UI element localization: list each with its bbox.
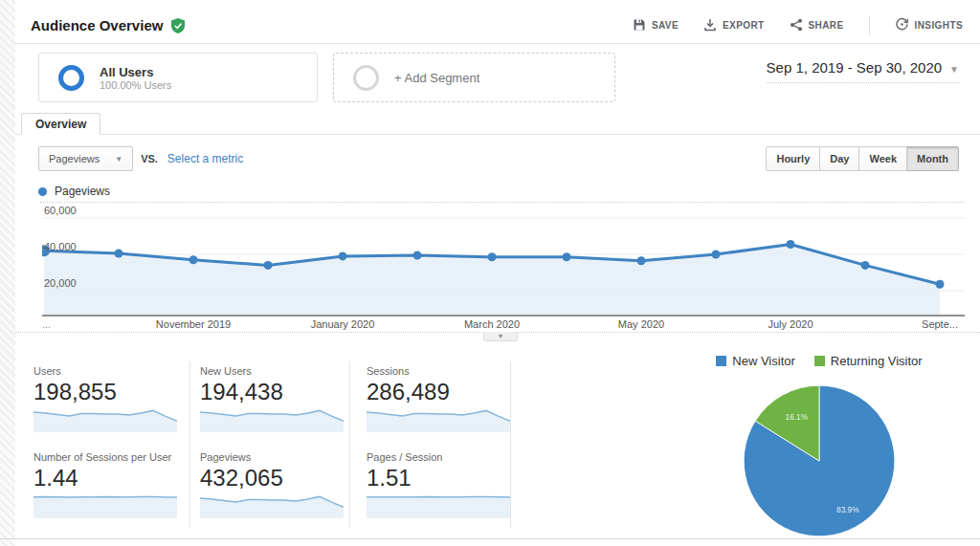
metric-label: Pages / Session bbox=[367, 451, 510, 463]
granularity-hourly-button[interactable]: Hourly bbox=[766, 146, 820, 171]
metric-value: 1.51 bbox=[367, 465, 510, 491]
granularity-switcher: Hourly Day Week Month bbox=[766, 146, 959, 171]
share-icon bbox=[790, 18, 803, 33]
x-tick-label: ... bbox=[42, 318, 51, 330]
metric-card-users: Users 198,855 bbox=[33, 365, 177, 432]
metric-value: 198,855 bbox=[33, 379, 177, 405]
svg-text:16.1%: 16.1% bbox=[786, 412, 809, 422]
header-divider bbox=[869, 16, 870, 35]
sparkline-chart bbox=[367, 407, 510, 432]
x-axis-labels: ...November 2019January 2020March 2020Ma… bbox=[42, 318, 965, 332]
share-button[interactable]: SHARE bbox=[790, 18, 844, 33]
sparkline-chart bbox=[367, 493, 510, 518]
metric-toolbar: Pageviews ▼ VS. Select a metric Hourly D… bbox=[38, 145, 959, 172]
verified-shield-icon bbox=[170, 18, 186, 33]
metric-value: 194,438 bbox=[200, 379, 344, 405]
x-tick-label: January 2020 bbox=[311, 318, 375, 330]
sparkline-chart bbox=[200, 493, 344, 518]
granularity-week-button[interactable]: Week bbox=[859, 146, 907, 171]
tab-baseline bbox=[15, 134, 980, 135]
chevron-down-icon: ▼ bbox=[484, 332, 517, 340]
metric-card-new-users: New Users 194,438 bbox=[200, 365, 344, 432]
x-tick-label: Septe... bbox=[922, 318, 958, 330]
sparkline-chart bbox=[33, 493, 177, 518]
returning-visitor-swatch-icon bbox=[814, 356, 825, 366]
page-title: Audience Overview bbox=[31, 17, 163, 33]
chevron-down-icon: ▼ bbox=[115, 155, 122, 164]
legend-item-new-visitor: New Visitor bbox=[716, 354, 795, 368]
add-segment-button[interactable]: + Add Segment bbox=[333, 53, 615, 102]
metric-value: 1.44 bbox=[33, 465, 177, 491]
metric-card-sessions-per-user: Number of Sessions per User 1.44 bbox=[33, 451, 177, 518]
pie-legend: New Visitor Returning Visitor bbox=[676, 354, 963, 368]
metric-label: Sessions bbox=[367, 365, 510, 377]
visitor-type-pie-chart: 83.9%16.1% bbox=[740, 382, 899, 540]
metric-value: 432,065 bbox=[200, 465, 344, 491]
x-tick-label: November 2019 bbox=[156, 318, 231, 330]
sparkline-chart bbox=[33, 407, 177, 432]
chart-legend: Pageviews bbox=[38, 185, 110, 198]
page-bottom-border bbox=[0, 538, 980, 539]
y-tick-label: 40,000 bbox=[44, 241, 77, 252]
chevron-down-icon: ▼ bbox=[949, 64, 959, 75]
granularity-month-button[interactable]: Month bbox=[907, 146, 959, 171]
insights-icon bbox=[895, 17, 909, 33]
metric-cards-grid: Users 198,855 New Users 194,438 Sessions… bbox=[33, 365, 510, 518]
export-icon bbox=[703, 18, 717, 33]
metric-dropdown[interactable]: Pageviews ▼ bbox=[38, 146, 133, 171]
insights-button[interactable]: INSIGHTS bbox=[895, 17, 963, 33]
series-legend-label: Pageviews bbox=[55, 185, 110, 198]
report-header: Audience Overview SAVE EXPORT SHARE INSI… bbox=[15, 8, 980, 44]
metric-label: Users bbox=[33, 365, 177, 377]
series-dot-icon bbox=[38, 187, 47, 196]
legend-item-returning-visitor: Returning Visitor bbox=[814, 354, 923, 368]
vs-label: VS. bbox=[141, 153, 158, 164]
save-icon bbox=[633, 18, 646, 33]
export-button[interactable]: EXPORT bbox=[703, 18, 765, 33]
x-tick-label: July 2020 bbox=[768, 318, 813, 330]
metric-label: Pageviews bbox=[200, 451, 344, 463]
metric-value: 286,489 bbox=[367, 379, 510, 405]
segment-name: All Users bbox=[100, 65, 171, 79]
sparkline-chart bbox=[200, 407, 344, 432]
header-actions: SAVE EXPORT SHARE INSIGHTS bbox=[633, 16, 963, 35]
x-tick-label: March 2020 bbox=[464, 318, 520, 330]
new-visitor-swatch-icon bbox=[716, 356, 726, 366]
metric-card-sessions: Sessions 286,489 bbox=[367, 365, 510, 432]
segment-all-users[interactable]: All Users 100.00% Users bbox=[38, 53, 318, 102]
chart-collapse-tab[interactable]: ▼ bbox=[483, 332, 518, 341]
pageviews-line-chart bbox=[42, 203, 965, 317]
date-range-selector[interactable]: Sep 1, 2019 - Sep 30, 2020▼ bbox=[767, 59, 959, 83]
metric-label: New Users bbox=[200, 365, 344, 377]
segment-ring-icon bbox=[58, 65, 84, 91]
x-tick-label: May 2020 bbox=[618, 318, 664, 330]
add-segment-label: + Add Segment bbox=[394, 71, 479, 85]
save-button[interactable]: SAVE bbox=[633, 18, 679, 33]
segment-detail: 100.00% Users bbox=[100, 79, 171, 91]
tab-overview[interactable]: Overview bbox=[21, 113, 100, 135]
metric-card-pages-per-session: Pages / Session 1.51 bbox=[367, 451, 510, 518]
select-metric-link[interactable]: Select a metric bbox=[167, 152, 243, 165]
y-tick-label: 20,000 bbox=[44, 277, 77, 289]
visitor-type-panel: New Visitor Returning Visitor 83.9%16.1% bbox=[676, 354, 963, 540]
metric-card-pageviews: Pageviews 432,065 bbox=[200, 451, 344, 518]
page-left-gutter bbox=[0, 0, 15, 546]
card-divider bbox=[510, 361, 511, 528]
granularity-day-button[interactable]: Day bbox=[820, 146, 859, 171]
svg-text:83.9%: 83.9% bbox=[836, 505, 859, 514]
y-tick-label: 60,000 bbox=[44, 205, 77, 216]
add-segment-ring-icon bbox=[353, 65, 379, 91]
metric-label: Number of Sessions per User bbox=[33, 451, 177, 463]
